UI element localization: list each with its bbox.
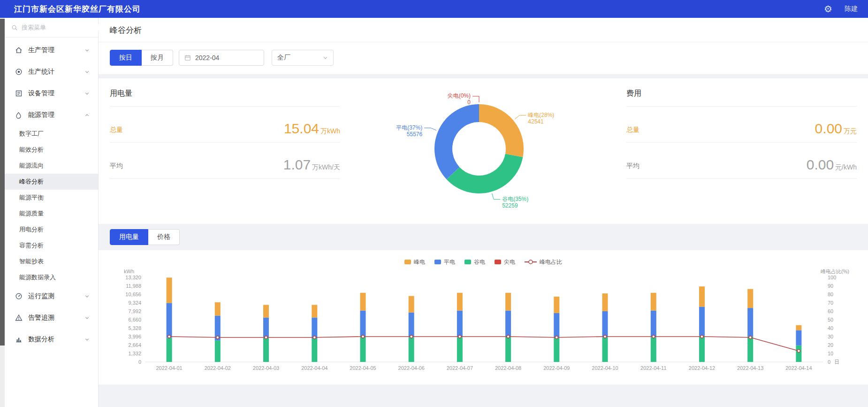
sidebar-subitem-energy-3[interactable]: 峰谷分析 bbox=[5, 174, 98, 190]
bar-segment[interactable] bbox=[796, 325, 801, 330]
legend-item-2[interactable]: 谷电 bbox=[464, 258, 485, 266]
sidebar-item-label: 生产管理 bbox=[28, 46, 54, 54]
ratio-point[interactable] bbox=[216, 336, 219, 339]
ratio-point[interactable] bbox=[168, 335, 171, 338]
ratio-point[interactable] bbox=[700, 335, 703, 338]
donut-segment-3[interactable] bbox=[443, 113, 479, 173]
ratio-point[interactable] bbox=[652, 335, 655, 338]
donut-segment-1[interactable] bbox=[479, 113, 515, 155]
sidebar-item-production[interactable]: 生产管理 bbox=[5, 39, 98, 61]
ratio-point[interactable] bbox=[313, 336, 316, 339]
bar-segment[interactable] bbox=[602, 311, 608, 337]
bar-segment[interactable] bbox=[651, 293, 656, 311]
bar-segment[interactable] bbox=[263, 338, 269, 362]
sidebar-item-energy[interactable]: 能源管理 bbox=[5, 104, 98, 126]
bar-segment[interactable] bbox=[505, 337, 511, 362]
ratio-point[interactable] bbox=[604, 335, 607, 338]
bar-segment[interactable] bbox=[796, 346, 801, 362]
page-scrollbar-thumb[interactable] bbox=[0, 19, 5, 346]
legend-item-3[interactable]: 尖电 bbox=[495, 258, 515, 266]
ratio-point[interactable] bbox=[749, 336, 752, 339]
scope-select[interactable]: 全厂 bbox=[272, 50, 334, 66]
bar-segment[interactable] bbox=[747, 289, 753, 308]
sidebar-item-equipment[interactable]: 设备管理 bbox=[5, 83, 98, 104]
bar-segment[interactable] bbox=[796, 330, 801, 345]
menu-search[interactable] bbox=[5, 18, 98, 38]
bar-segment[interactable] bbox=[215, 340, 221, 362]
bar-segment[interactable] bbox=[747, 308, 753, 337]
bar-segment[interactable] bbox=[747, 337, 753, 362]
date-picker[interactable]: 2022-04 bbox=[179, 50, 264, 66]
bar-segment[interactable] bbox=[699, 336, 705, 362]
settings-gear-icon[interactable]: ⚙ bbox=[824, 4, 832, 14]
bar-segment[interactable] bbox=[505, 293, 511, 311]
ratio-point[interactable] bbox=[458, 335, 461, 338]
bar-segment[interactable] bbox=[457, 311, 463, 338]
legend-item-4[interactable]: 峰电占比 bbox=[525, 258, 562, 266]
legend-item-0[interactable]: 峰电 bbox=[404, 258, 425, 266]
by-day-button[interactable]: 按日 bbox=[110, 50, 142, 66]
sidebar-subitem-energy-7[interactable]: 容需分析 bbox=[5, 238, 98, 253]
bar-segment[interactable] bbox=[554, 313, 559, 338]
sidebar-subitem-energy-0[interactable]: 数字工厂 bbox=[5, 126, 98, 142]
sidebar-subitem-energy-4[interactable]: 能源平衡 bbox=[5, 190, 98, 206]
ratio-point[interactable] bbox=[555, 336, 558, 339]
ratio-point[interactable] bbox=[797, 350, 800, 353]
bar-segment[interactable] bbox=[167, 338, 172, 362]
sidebar-item-analysis[interactable]: 数据分析 bbox=[5, 329, 98, 350]
bar-segment[interactable] bbox=[312, 305, 317, 317]
bar-segment[interactable] bbox=[312, 338, 317, 362]
bar-segment[interactable] bbox=[360, 311, 366, 337]
bar-segment[interactable] bbox=[409, 313, 414, 338]
sidebar-subitem-energy-2[interactable]: 能源流向 bbox=[5, 158, 98, 174]
ratio-point[interactable] bbox=[507, 335, 510, 338]
bar-segment[interactable] bbox=[554, 297, 559, 313]
sidebar-subitem-energy-6[interactable]: 用电分析 bbox=[5, 222, 98, 238]
sidebar-item-prod-stats[interactable]: 生产统计 bbox=[5, 61, 98, 83]
bar-segment[interactable] bbox=[554, 338, 559, 362]
legend-marker bbox=[495, 260, 501, 264]
bar-segment[interactable] bbox=[312, 317, 317, 338]
bar-segment[interactable] bbox=[409, 337, 414, 362]
sidebar-subitem-energy-9[interactable]: 能源数据录入 bbox=[5, 269, 98, 285]
bar-segment[interactable] bbox=[602, 293, 608, 311]
left-axis-tick: 10,656 bbox=[125, 292, 141, 297]
user-name[interactable]: 陈建 bbox=[845, 5, 858, 13]
bar-segment[interactable] bbox=[457, 337, 463, 362]
bar-segment[interactable] bbox=[215, 302, 221, 315]
sidebar-subitem-energy-8[interactable]: 智能抄表 bbox=[5, 253, 98, 269]
legend-item-1[interactable]: 平电 bbox=[434, 258, 455, 266]
bar-segment[interactable] bbox=[167, 277, 172, 303]
ratio-point[interactable] bbox=[265, 336, 267, 339]
droplet-icon bbox=[15, 112, 23, 119]
by-month-button[interactable]: 按月 bbox=[142, 50, 173, 66]
donut-label-leader bbox=[492, 193, 501, 200]
bar-segment[interactable] bbox=[602, 337, 608, 362]
sidebar-subitem-energy-5[interactable]: 能源质量 bbox=[5, 206, 98, 222]
donut-label-value: 55576 bbox=[407, 131, 423, 138]
bar-segment[interactable] bbox=[457, 293, 463, 311]
tab-usage[interactable]: 用电量 bbox=[110, 229, 148, 245]
bar-segment[interactable] bbox=[699, 286, 705, 307]
bar-segment[interactable] bbox=[167, 303, 172, 338]
bar-segment[interactable] bbox=[651, 337, 656, 362]
bar-segment[interactable] bbox=[263, 305, 269, 317]
sidebar-item-monitor[interactable]: 运行监测 bbox=[5, 285, 98, 307]
sidebar-item-alarm[interactable]: 告警追溯 bbox=[5, 307, 98, 329]
peak-ratio-line[interactable] bbox=[168, 335, 800, 353]
page-scrollbar-track[interactable] bbox=[0, 18, 5, 407]
stacked-bars[interactable] bbox=[167, 277, 802, 362]
ratio-point[interactable] bbox=[362, 335, 365, 338]
bar-segment[interactable] bbox=[360, 293, 366, 311]
sidebar-subitem-energy-1[interactable]: 能效分析 bbox=[5, 142, 98, 158]
bar-segment[interactable] bbox=[699, 307, 705, 336]
bar-segment[interactable] bbox=[409, 296, 414, 313]
ratio-point[interactable] bbox=[410, 335, 413, 338]
bar-segment[interactable] bbox=[360, 337, 366, 362]
bar-segment[interactable] bbox=[651, 311, 656, 338]
tab-price[interactable]: 价格 bbox=[148, 229, 180, 245]
bar-segment[interactable] bbox=[263, 317, 269, 338]
donut-segment-2[interactable] bbox=[453, 155, 514, 184]
menu-search-input[interactable] bbox=[22, 24, 104, 31]
bar-segment[interactable] bbox=[505, 311, 511, 337]
